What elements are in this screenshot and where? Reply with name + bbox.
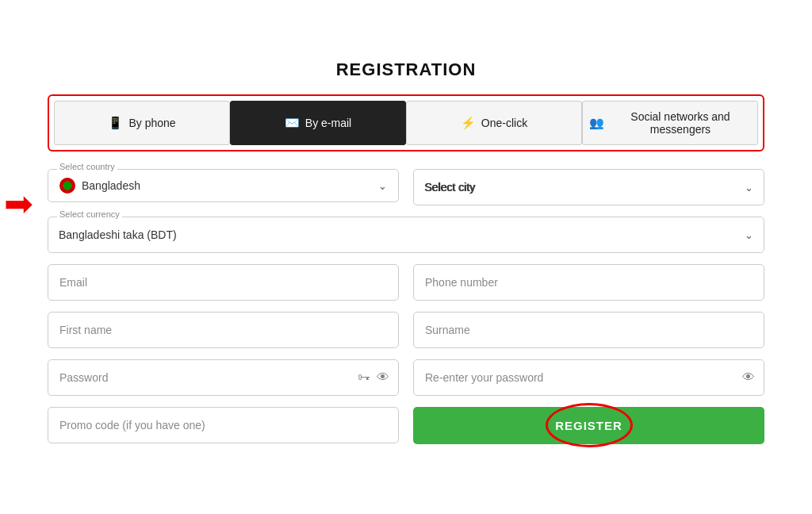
country-value: Bangladesh <box>82 179 387 192</box>
password-input[interactable] <box>48 359 399 396</box>
firstname-field <box>48 312 399 348</box>
email-field <box>48 264 399 301</box>
tab-social-label: Social networks and messengers <box>610 110 751 136</box>
currency-select[interactable] <box>48 217 764 253</box>
city-select[interactable]: Select city <box>413 169 764 205</box>
tab-by-phone-label: By phone <box>128 117 175 129</box>
password-key-icon[interactable]: 🗝 <box>358 370 370 385</box>
register-button[interactable]: REGISTER <box>413 407 764 444</box>
bangladesh-flag <box>59 178 75 194</box>
tab-one-click[interactable]: ⚡ One-click <box>406 101 582 145</box>
arrow-indicator: ➡ <box>4 186 33 221</box>
tab-social[interactable]: 👥 Social networks and messengers <box>582 101 758 145</box>
city-select-wrapper: Select city ⌄ Select city <box>413 169 764 205</box>
phone-field <box>413 264 764 301</box>
phone-input[interactable] <box>413 264 764 301</box>
repassword-input[interactable] <box>413 359 764 396</box>
repassword-icons: 👁 <box>742 370 755 385</box>
social-icon: 👥 <box>589 116 604 130</box>
email-phone-row <box>48 264 764 301</box>
password-eye-icon[interactable]: 👁 <box>377 370 389 385</box>
country-label: Select country <box>57 162 117 171</box>
tab-by-phone[interactable]: 📱 By phone <box>54 101 230 145</box>
password-icons: 🗝 👁 <box>358 370 389 385</box>
currency-select-wrapper: ⌄ Bangladeshi taka (BDT) <box>48 217 764 253</box>
surname-input[interactable] <box>413 312 764 348</box>
phone-icon: 📱 <box>108 116 123 130</box>
surname-field <box>413 312 764 348</box>
password-row: 🗝 👁 👁 <box>48 359 764 396</box>
registration-tabs: 📱 By phone ✉️ By e-mail ⚡ One-click 👥 So… <box>48 94 764 152</box>
city-field: Select city ⌄ Select city <box>413 169 764 205</box>
password-field: 🗝 👁 <box>48 359 399 396</box>
register-btn-wrapper: REGISTER <box>413 407 764 444</box>
currency-label: Select currency <box>57 209 122 219</box>
country-field: Select country Bangladesh ⌄ <box>48 169 399 205</box>
tab-by-email-label: By e-mail <box>305 117 351 129</box>
currency-row: Select currency ⌄ Bangladeshi taka (BDT) <box>48 217 764 253</box>
page-title: REGISTRATION <box>48 59 764 80</box>
country-city-row: Select country Bangladesh ⌄ Select city … <box>48 169 764 205</box>
country-select[interactable]: Bangladesh ⌄ <box>48 169 399 202</box>
firstname-input[interactable] <box>48 312 399 348</box>
registration-form: ➡ Select country Bangladesh ⌄ Select cit… <box>48 169 764 444</box>
currency-field: Select currency ⌄ Bangladeshi taka (BDT) <box>48 217 764 253</box>
repassword-eye-icon[interactable]: 👁 <box>742 370 755 385</box>
email-input[interactable] <box>48 264 399 301</box>
promo-input[interactable] <box>48 407 399 443</box>
promo-field <box>48 407 399 444</box>
repassword-field: 👁 <box>413 359 764 396</box>
promo-register-row: REGISTER <box>48 407 764 444</box>
lightning-icon: ⚡ <box>461 116 476 130</box>
tab-by-email[interactable]: ✉️ By e-mail <box>230 101 406 145</box>
register-field: REGISTER <box>413 407 764 444</box>
tab-one-click-label: One-click <box>481 117 527 129</box>
email-icon: ✉️ <box>285 116 300 130</box>
name-row <box>48 312 764 348</box>
